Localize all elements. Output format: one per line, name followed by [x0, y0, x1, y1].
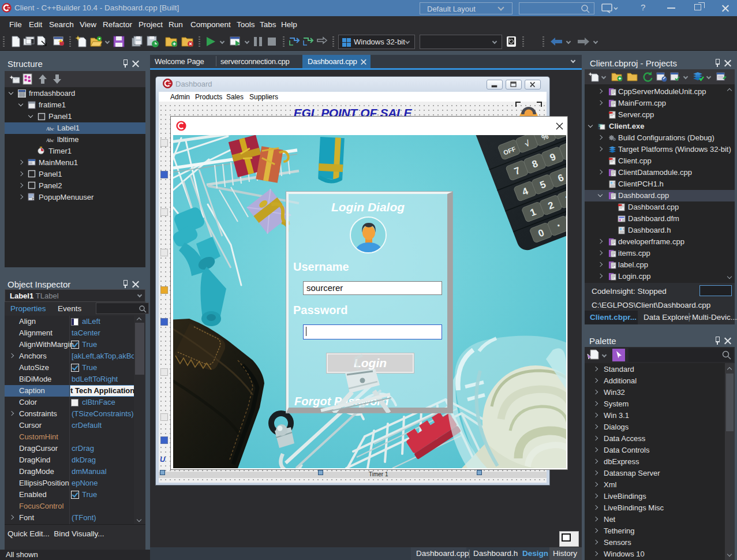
- svg-text:Abc: Abc: [46, 137, 54, 143]
- svg-text:Abc: Abc: [46, 126, 54, 132]
